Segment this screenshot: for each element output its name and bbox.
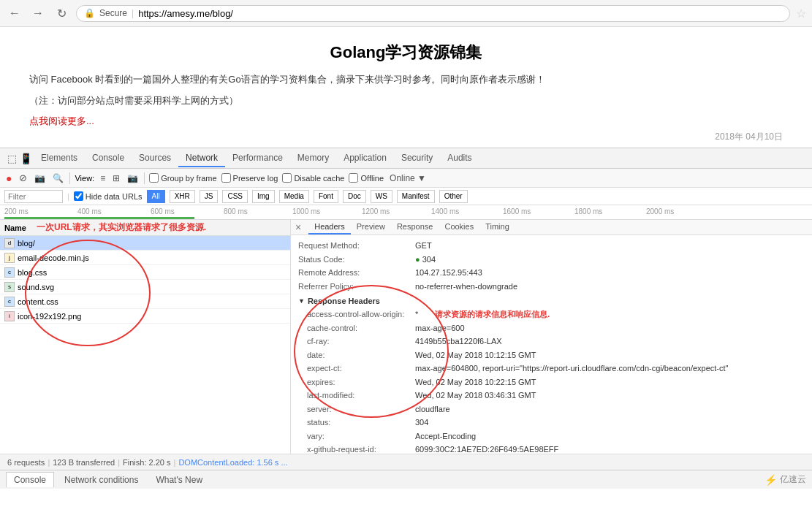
filter-input[interactable] bbox=[4, 190, 63, 203]
hide-data-urls-checkbox[interactable]: Hide data URLs bbox=[74, 191, 143, 201]
file-item-blog[interactable]: d blog/ bbox=[0, 236, 290, 251]
response-headers-toggle[interactable]: Response Headers bbox=[298, 297, 805, 305]
tab-performance[interactable]: Performance bbox=[225, 150, 290, 167]
url-input[interactable] bbox=[138, 8, 782, 19]
filter-img-btn[interactable]: Img bbox=[252, 190, 275, 203]
details-tab-headers[interactable]: Headers bbox=[308, 220, 351, 234]
details-tab-preview[interactable]: Preview bbox=[351, 220, 391, 234]
file-name-blog: blog/ bbox=[18, 239, 35, 248]
rh-expires: expires: Wed, 02 May 2018 10:22:15 GMT bbox=[298, 376, 805, 389]
file-name-icon-png: icon-192x192.png bbox=[18, 312, 81, 321]
reload-button[interactable]: ↻ bbox=[53, 4, 70, 22]
rh-last-modified: last-modified: Wed, 02 May 2018 03:46:31… bbox=[298, 389, 805, 402]
group-by-frame-checkbox[interactable]: Group by frame bbox=[149, 173, 216, 183]
remote-address-row: Remote Address: 104.27.152.95:443 bbox=[298, 267, 805, 279]
details-panel: × Headers Preview Response Cookies Timin… bbox=[291, 220, 812, 454]
details-tab-timing[interactable]: Timing bbox=[479, 220, 515, 234]
timeline-ruler: 200 ms 400 ms 600 ms 800 ms 1000 ms 1200… bbox=[0, 205, 812, 220]
tab-sources[interactable]: Sources bbox=[132, 150, 178, 167]
file-item-blog-css[interactable]: c blog.css bbox=[0, 265, 290, 280]
tab-memory[interactable]: Memory bbox=[290, 150, 336, 167]
tab-security[interactable]: Security bbox=[394, 150, 440, 167]
console-tab-console[interactable]: Console bbox=[6, 472, 54, 487]
status-code-row: Status Code: ● 304 bbox=[298, 253, 805, 266]
status-code-key: Status Code: bbox=[298, 253, 415, 266]
file-item-icon-png[interactable]: i icon-192x192.png bbox=[0, 309, 290, 324]
annotation-response-headers: 请求资源的请求信息和响应信息. bbox=[435, 310, 550, 318]
view-list-btn[interactable]: ≡ bbox=[99, 172, 107, 185]
filter-doc-btn[interactable]: Doc bbox=[343, 190, 366, 203]
file-item-sound-svg[interactable]: s sound.svg bbox=[0, 280, 290, 294]
online-dropdown[interactable]: Online ▼ bbox=[388, 172, 428, 185]
filter-font-btn[interactable]: Font bbox=[314, 190, 338, 203]
filter-all-btn[interactable]: All bbox=[147, 190, 165, 203]
logo-text: 亿速云 bbox=[780, 473, 806, 486]
rh-status: status: 304 bbox=[298, 416, 805, 429]
status-bar: 6 requests | 123 B transferred | Finish:… bbox=[0, 454, 812, 470]
domcontent-time: DOMContentLoaded: 1.56 s ... bbox=[178, 458, 287, 467]
tab-console[interactable]: Console bbox=[85, 150, 132, 167]
filter-css-btn[interactable]: CSS bbox=[222, 190, 248, 203]
record-button[interactable]: ● bbox=[4, 171, 13, 186]
file-name-blog-css: blog.css bbox=[18, 268, 47, 277]
status-code-value: ● 304 bbox=[415, 253, 436, 266]
rh-date: date: Wed, 02 May 2018 10:12:15 GMT bbox=[298, 349, 805, 362]
camera-button[interactable]: 📷 bbox=[33, 172, 47, 185]
file-item-content-css[interactable]: c content.css bbox=[0, 294, 290, 309]
file-item-email-decode[interactable]: j email-decode.min.js bbox=[0, 251, 290, 265]
file-icon-email-decode: j bbox=[4, 253, 15, 263]
request-method-key: Request Method: bbox=[298, 240, 415, 252]
file-icon-sound-svg: s bbox=[4, 282, 15, 292]
page-desc-line2: （注：访问部分站点时需要采用科学上网的方式） bbox=[29, 94, 783, 109]
rh-server: server: cloudflare bbox=[298, 403, 805, 416]
forward-button[interactable]: → bbox=[29, 4, 47, 22]
referrer-policy-key: Referrer Policy: bbox=[298, 281, 415, 293]
preserve-log-checkbox[interactable]: Preserve log bbox=[221, 173, 278, 183]
filter-media-btn[interactable]: Media bbox=[279, 190, 309, 203]
filter-ws-btn[interactable]: WS bbox=[371, 190, 392, 203]
rh-vary: vary: Accept-Encoding bbox=[298, 430, 805, 443]
view-screenshot-btn[interactable]: 📷 bbox=[126, 172, 140, 185]
rh-cache-control: cache-control: max-age=600 bbox=[298, 322, 805, 335]
file-icon-icon-png: i bbox=[4, 311, 15, 321]
filter-toggle-button[interactable]: 🔍 bbox=[51, 172, 65, 185]
clear-button[interactable]: ⊘ bbox=[18, 171, 29, 185]
tab-audits[interactable]: Audits bbox=[440, 150, 479, 167]
requests-count: 6 requests bbox=[7, 458, 45, 467]
transferred-size: 123 B transferred bbox=[53, 458, 115, 467]
devtools-tab-bar: ⬚ 📱 Elements Console Sources Network Per… bbox=[0, 148, 812, 169]
response-headers-section: Response Headers access-control-allow-or… bbox=[298, 297, 805, 454]
details-tab-cookies[interactable]: Cookies bbox=[439, 220, 479, 234]
separator2 bbox=[144, 172, 145, 184]
network-toolbar: ● ⊘ 📷 🔍 View: ≡ ⊞ 📷 Group by frame Prese… bbox=[0, 169, 812, 188]
tab-network[interactable]: Network bbox=[178, 150, 225, 167]
details-tab-response[interactable]: Response bbox=[391, 220, 439, 234]
file-name-email-decode: email-decode.min.js bbox=[18, 253, 89, 262]
console-tab-whats-new[interactable]: What's New bbox=[148, 473, 210, 487]
referrer-policy-row: Referrer Policy: no-referrer-when-downgr… bbox=[298, 281, 805, 293]
finish-time: Finish: 2.20 s bbox=[123, 458, 170, 467]
disable-cache-checkbox[interactable]: Disable cache bbox=[282, 173, 344, 183]
view-grid-btn[interactable]: ⊞ bbox=[111, 172, 121, 185]
devtools-panel: ⬚ 📱 Elements Console Sources Network Per… bbox=[0, 148, 812, 470]
referrer-policy-value: no-referrer-when-downgrade bbox=[415, 281, 517, 293]
details-close-button[interactable]: × bbox=[291, 220, 306, 234]
details-tab-bar: × Headers Preview Response Cookies Timin… bbox=[291, 220, 812, 235]
page-date: 2018年 04月10日 bbox=[29, 131, 783, 143]
filter-other-btn[interactable]: Other bbox=[439, 190, 468, 203]
bookmark-button[interactable]: ☆ bbox=[796, 7, 806, 20]
offline-checkbox[interactable]: Offline bbox=[349, 173, 384, 183]
console-tab-bar: Console Network conditions What's New ⚡ … bbox=[0, 470, 812, 489]
address-bar: 🔒 Secure | bbox=[76, 5, 790, 22]
devtools-device-btn[interactable]: 📱 bbox=[18, 151, 34, 166]
console-tab-network-conditions[interactable]: Network conditions bbox=[57, 473, 145, 487]
file-name-content-css: content.css bbox=[18, 297, 58, 306]
filter-js-btn[interactable]: JS bbox=[200, 190, 219, 203]
filter-manifest-btn[interactable]: Manifest bbox=[397, 190, 435, 203]
back-button[interactable]: ← bbox=[6, 4, 23, 22]
devtools-inspect-btn[interactable]: ⬚ bbox=[6, 151, 18, 166]
tab-elements[interactable]: Elements bbox=[34, 150, 85, 167]
tab-application[interactable]: Application bbox=[336, 150, 394, 167]
filter-xhr-btn[interactable]: XHR bbox=[170, 190, 195, 203]
read-more-link[interactable]: 点我阅读更多... bbox=[29, 115, 94, 126]
